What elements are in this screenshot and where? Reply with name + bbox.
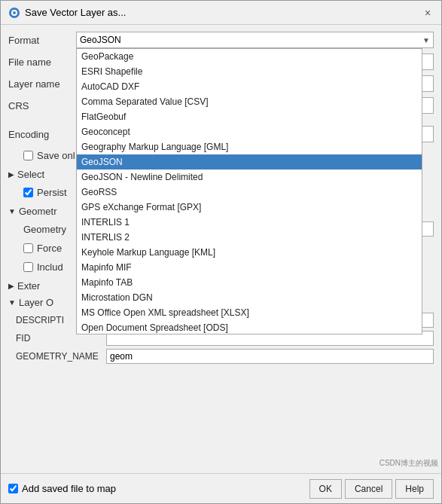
select-triangle-icon: ▶ [8, 170, 14, 179]
format-label: Format [8, 35, 76, 46]
main-content: Format GeoJSON ▼ GeoPackageESRI Shapefil… [1, 25, 441, 473]
layer-options-label: Layer O [19, 297, 53, 308]
extend-triangle-icon: ▶ [8, 282, 14, 290]
dropdown-item[interactable]: GeoRSS [77, 185, 422, 200]
dropdown-item[interactable]: Open Document Spreadsheet [ODS] [77, 320, 422, 334]
watermark: CSDN博主的视频 [376, 457, 441, 470]
dropdown-item[interactable]: GeoJSON [77, 154, 422, 170]
title-bar: Save Vector Layer as... × [1, 1, 441, 25]
dropdown-item[interactable]: GeoPackage [77, 49, 422, 64]
crs-label: CRS [8, 100, 76, 111]
add-to-map-label: Add saved file to map [22, 483, 116, 494]
filename-label: File name [8, 57, 76, 68]
dropdown-item[interactable]: Geoconcept [77, 124, 422, 139]
help-button[interactable]: Help [395, 479, 434, 499]
fid-label: FID [16, 333, 106, 344]
include-label: Includ [37, 261, 63, 273]
layername-label: Layer name [8, 78, 76, 90]
include-checkbox[interactable] [23, 262, 33, 272]
dropdown-arrow-icon: ▼ [422, 36, 430, 44]
dropdown-item[interactable]: Mapinfo MIF [77, 260, 422, 275]
format-selected-value: GeoJSON [80, 35, 121, 45]
dropdown-item[interactable]: AutoCAD DXF [77, 79, 422, 94]
bottom-right: OK Cancel Help [309, 479, 434, 499]
geometry-triangle-icon: ▼ [8, 207, 16, 215]
save-vector-layer-window: Save Vector Layer as... × Format GeoJSON… [0, 0, 442, 504]
dropdown-item[interactable]: GeoJSON - Newline Delimited [77, 170, 422, 185]
format-row: Format GeoJSON ▼ GeoPackageESRI Shapefil… [8, 31, 434, 49]
select-label: Select [17, 169, 44, 180]
dropdown-item[interactable]: MS Office Open XML spreadsheet [XLSX] [77, 305, 422, 320]
svg-point-2 [13, 11, 16, 14]
layer-options-triangle-icon: ▼ [8, 298, 16, 307]
cancel-button[interactable]: Cancel [345, 479, 392, 499]
dropdown-item[interactable]: Geography Markup Language [GML] [77, 139, 422, 154]
format-dropdown-wrapper: GeoJSON ▼ GeoPackageESRI ShapefileAutoCA… [76, 32, 434, 48]
encoding-label: Encoding [8, 129, 76, 140]
dropdown-item[interactable]: INTERLIS 1 [77, 215, 422, 230]
dropdown-item[interactable]: Microstation DGN [77, 290, 422, 305]
ok-button[interactable]: OK [309, 479, 342, 499]
dropdown-item[interactable]: FlatGeobuf [77, 109, 422, 124]
add-to-map-checkbox[interactable] [8, 484, 18, 493]
qgis-icon [8, 7, 20, 19]
title-bar-left: Save Vector Layer as... [8, 7, 126, 19]
dropdown-item[interactable]: INTERLIS 2 [77, 230, 422, 245]
persist-label: Persist [37, 187, 67, 198]
geometry-name-input[interactable] [106, 349, 434, 364]
dropdown-item[interactable]: Keyhole Markup Language [KML] [77, 245, 422, 260]
force-label: Force [37, 243, 62, 254]
geometry-name-row: GEOMETRY_NAME [16, 348, 434, 365]
geometry-name-label: GEOMETRY_NAME [16, 351, 106, 362]
persist-checkbox[interactable] [23, 188, 33, 197]
format-dropdown-list[interactable]: GeoPackageESRI ShapefileAutoCAD DXFComma… [76, 48, 422, 334]
extend-label: Exter [17, 280, 40, 292]
dropdown-item[interactable]: Comma Separated Value [CSV] [77, 94, 422, 109]
geometry-type-label: Geometry [23, 224, 84, 235]
bottom-left: Add saved file to map [8, 483, 116, 494]
format-dropdown[interactable]: GeoJSON ▼ [76, 32, 434, 48]
window-title: Save Vector Layer as... [25, 7, 126, 18]
geometry-label: Geometr [19, 206, 57, 217]
dropdown-item[interactable]: Mapinfo TAB [77, 275, 422, 290]
save-only-checkbox[interactable] [23, 151, 33, 160]
dropdown-item[interactable]: GPS eXchange Format [GPX] [77, 200, 422, 215]
force-checkbox[interactable] [23, 243, 33, 253]
close-button[interactable]: × [422, 7, 434, 19]
save-only-label: Save onl [37, 150, 75, 161]
bottom-bar: Add saved file to map OK Cancel Help [1, 473, 441, 503]
dropdown-item[interactable]: ESRI Shapefile [77, 64, 422, 79]
